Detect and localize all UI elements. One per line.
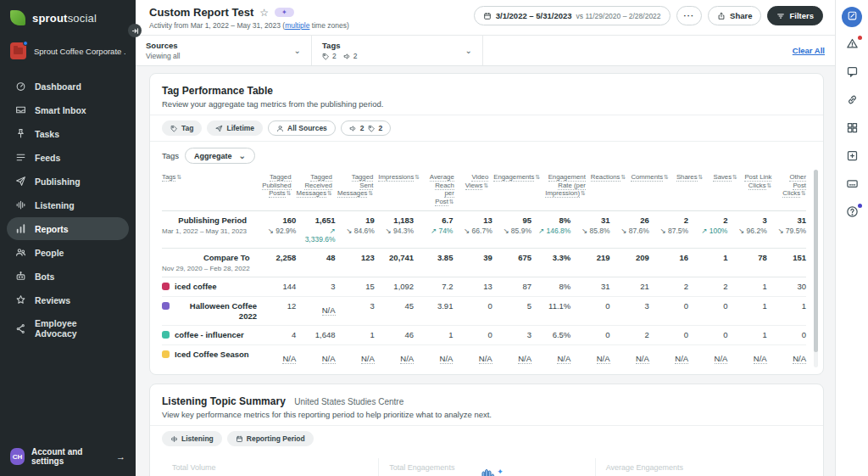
- sort-icon[interactable]: ⇅: [483, 182, 488, 188]
- sidebar-item-tasks[interactable]: Tasks: [7, 122, 129, 145]
- link-button[interactable]: [842, 91, 862, 111]
- column-header-shares[interactable]: Shares⇅: [674, 173, 704, 182]
- sort-icon[interactable]: ⇅: [415, 174, 420, 180]
- metric-value: 2: [693, 216, 727, 225]
- add-square-button[interactable]: [842, 147, 862, 167]
- panel-button[interactable]: [842, 175, 862, 195]
- metric-cell: 31↘ 85.8%: [576, 216, 609, 235]
- sidebar-item-listening[interactable]: Listening: [7, 193, 129, 216]
- alerts-button[interactable]: [842, 35, 862, 55]
- sidebar-item-dashboard[interactable]: Dashboard: [7, 75, 129, 98]
- sort-icon[interactable]: ⇅: [581, 190, 586, 196]
- chip-listening[interactable]: Listening: [162, 431, 222, 446]
- column-header-engagement-rate-per-impression[interactable]: Engagement Rate (per Impression)⇅: [545, 173, 586, 198]
- sort-icon[interactable]: ⇅: [449, 199, 454, 204]
- column-header-average-reach-per-post[interactable]: Average Reach per Post⇅: [425, 173, 454, 206]
- sort-icon[interactable]: ⇅: [767, 182, 772, 188]
- sort-icon[interactable]: ⇅: [535, 174, 540, 180]
- sources-filter[interactable]: Sources Viewing all ⌄: [136, 36, 312, 65]
- metric-value: 78: [732, 253, 766, 262]
- column-header-tags[interactable]: Tags⇅: [162, 173, 257, 182]
- sort-icon[interactable]: ⇅: [621, 174, 626, 180]
- date-range-button[interactable]: 3/1/2022 – 5/31/2023 vs 11/29/2020 – 2/2…: [474, 6, 670, 25]
- column-header-reactions[interactable]: Reactions⇅: [591, 173, 626, 182]
- favorite-star-icon[interactable]: ☆: [259, 7, 269, 19]
- metric-value: 160: [262, 216, 296, 225]
- sidebar-item-employee-advocacy[interactable]: Employee Advocacy: [7, 312, 129, 344]
- metric-value: 95: [498, 216, 531, 225]
- column-header-tagged-published-posts[interactable]: Tagged Published Posts⇅: [262, 173, 292, 198]
- metric-cell: N/A: [615, 350, 649, 365]
- sort-icon[interactable]: ⇅: [327, 190, 332, 196]
- chip-lifetime[interactable]: Lifetime: [207, 120, 263, 136]
- listening-metrics: Total Volume0Total Engagements—Average E…: [150, 451, 823, 476]
- metric-value: 30: [772, 282, 806, 291]
- metric-value: 1: [419, 330, 453, 339]
- sort-icon[interactable]: ⇅: [732, 174, 737, 180]
- sort-icon[interactable]: ⇅: [287, 190, 292, 196]
- clear-all-link[interactable]: Clear All: [793, 46, 825, 55]
- compose-button[interactable]: [842, 7, 862, 27]
- avatar: CH: [10, 448, 25, 465]
- dashboard-icon: [15, 81, 26, 92]
- metric-cell: N/A: [380, 350, 414, 365]
- metric-value: N/A: [557, 354, 570, 364]
- share-button[interactable]: Share: [708, 6, 761, 25]
- sidebar-collapse-button[interactable]: [128, 24, 142, 37]
- sort-icon[interactable]: ⇅: [698, 174, 704, 180]
- table-scrollbar[interactable]: [814, 170, 818, 367]
- filters-button[interactable]: Filters: [767, 6, 823, 25]
- tag-color-swatch: [162, 350, 170, 358]
- metric-value: N/A: [440, 354, 453, 364]
- column-header-post-link-clicks[interactable]: Post Link Clicks⇅: [743, 173, 772, 189]
- sort-icon[interactable]: ⇅: [176, 174, 181, 180]
- metric-cell: N/A: [693, 350, 727, 365]
- sort-icon[interactable]: ⇅: [801, 190, 806, 196]
- column-header-other-post-clicks[interactable]: Other Post Clicks⇅: [776, 173, 806, 198]
- sprout-logo[interactable]: sproutsocial: [0, 0, 136, 34]
- sort-icon[interactable]: ⇅: [664, 174, 669, 180]
- workspace-switcher[interactable]: Sprout Coffee Corporate ...: [0, 34, 136, 71]
- metric-cell: 0: [654, 301, 688, 311]
- sidebar-item-smart-inbox[interactable]: Smart Inbox: [7, 98, 129, 121]
- ai-assist-badge[interactable]: ✦: [275, 8, 294, 17]
- chip-reporting-period[interactable]: Reporting Period: [227, 431, 314, 446]
- table-row-compare-to: Compare ToNov 29, 2020 – Feb 28, 20222,2…: [162, 249, 806, 277]
- sort-icon[interactable]: ⇅: [368, 190, 373, 196]
- chip-counts[interactable]: 22: [341, 120, 391, 136]
- sidebar-item-people[interactable]: People: [7, 241, 129, 264]
- column-header-impressions[interactable]: Impressions⇅: [378, 173, 420, 182]
- metric-value: 3: [341, 301, 375, 311]
- column-header-comments[interactable]: Comments⇅: [631, 173, 669, 182]
- messages-button[interactable]: [842, 63, 862, 83]
- chip-all-sources[interactable]: All Sources: [268, 120, 336, 136]
- column-header-tagged-received-messages[interactable]: Tagged Received Messages⇅: [297, 173, 332, 198]
- metric-cell: 209: [615, 253, 649, 262]
- sidebar-item-publishing[interactable]: Publishing: [7, 170, 129, 193]
- sidebar-item-reviews[interactable]: Reviews: [7, 288, 129, 311]
- column-header-saves[interactable]: Saves⇅: [708, 173, 737, 182]
- people-icon: [15, 247, 26, 258]
- account-and-settings[interactable]: CH Account and settings →: [0, 437, 136, 476]
- timezones-link[interactable]: multiple: [285, 21, 309, 30]
- sidebar-item-bots[interactable]: Bots: [7, 265, 129, 288]
- metric-cell: 15: [341, 282, 375, 291]
- sidebar-item-feeds[interactable]: Feeds: [7, 146, 129, 169]
- chip-tag[interactable]: Tag: [162, 120, 202, 136]
- delta-down: ↘ 84.6%: [341, 227, 375, 235]
- tag-icon: [322, 53, 330, 60]
- column-header-video-views[interactable]: Video Views⇅: [459, 173, 489, 189]
- column-header-engagements[interactable]: Engagements⇅: [493, 173, 540, 182]
- more-options-button[interactable]: ···: [676, 6, 703, 25]
- sidebar-item-reports[interactable]: Reports: [7, 217, 129, 240]
- metric-cell: 21: [615, 282, 649, 291]
- metric-cell: N/A: [301, 350, 335, 365]
- aggregate-select[interactable]: Aggregate⌄: [185, 148, 255, 164]
- help-button[interactable]: [842, 203, 862, 223]
- metric-value: 6.7: [419, 216, 453, 225]
- apps-grid-button[interactable]: [842, 119, 862, 139]
- metric-cell: 1,651↗ 3,339.6%: [301, 216, 335, 244]
- column-header-tagged-sent-messages[interactable]: Tagged Sent Messages⇅: [337, 173, 373, 198]
- tags-filter[interactable]: Tags 22 ⌄: [312, 36, 483, 65]
- sidebar-item-label: Reports: [35, 224, 69, 234]
